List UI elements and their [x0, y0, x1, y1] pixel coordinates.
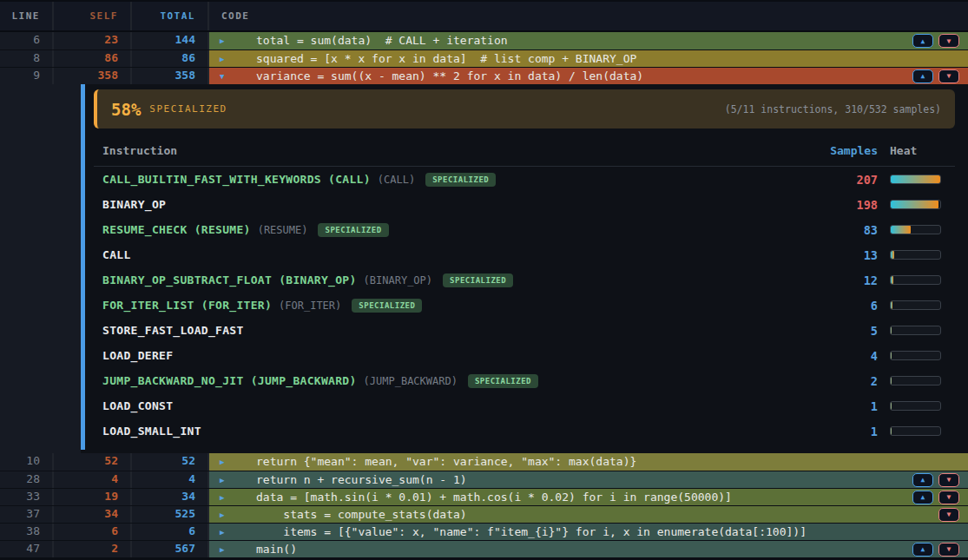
heat-bar-fill	[891, 427, 892, 435]
expand-toggle-icon[interactable]: ▶	[220, 524, 230, 540]
heat-bar-cell	[890, 300, 955, 310]
jump-up-button[interactable]: ▲	[912, 543, 933, 557]
code-cell[interactable]: ▶ main() ▲▼	[209, 541, 968, 557]
code-cell[interactable]: ▶ squared = [x * x for x in data] # list…	[209, 50, 968, 67]
heat-bar-track	[890, 250, 941, 260]
instruction-table-header: Instruction Samples Heat	[94, 135, 955, 167]
self-samples: 34	[54, 506, 132, 523]
instruction-samples: 2	[808, 374, 878, 388]
heat-bar-track	[890, 200, 941, 209]
heat-bar-cell	[890, 426, 955, 436]
instruction-name: BINARY_OP	[102, 198, 166, 211]
instruction-samples: 12	[808, 273, 878, 287]
navigation-buttons: ▲▼	[912, 473, 968, 487]
self-samples: 86	[54, 50, 132, 67]
heat-bar-track	[890, 426, 941, 436]
column-header-line: LINE	[0, 2, 54, 30]
navigation-buttons: ▲▼	[912, 34, 968, 48]
instruction-name: BINARY_OP_SUBTRACT_FLOAT (BINARY_OP)	[102, 273, 357, 287]
instruction-row: LOAD_DEREF 4	[94, 343, 955, 368]
expand-toggle-icon[interactable]: ▶	[220, 507, 230, 523]
expand-toggle-icon[interactable]: ▶	[220, 542, 230, 557]
instruction-samples: 1	[808, 425, 878, 438]
column-header-heat: Heat	[890, 144, 955, 157]
instruction-samples: 198	[808, 198, 878, 212]
code-cell[interactable]: ▶ stats = compute_stats(data) ▼	[209, 506, 968, 523]
jump-down-button[interactable]: ▼	[938, 473, 959, 487]
instruction-row: FOR_ITER_LIST (FOR_ITER) (FOR_ITER) SPEC…	[94, 293, 955, 318]
specialization-note: (5/11 instructions, 310/532 samples)	[725, 103, 941, 115]
self-samples: 23	[54, 32, 132, 49]
code-text: return n + recursive_sum(n - 1)	[256, 472, 467, 488]
total-samples: 144	[132, 32, 209, 49]
heat-bar-fill	[891, 301, 892, 309]
code-cell[interactable]: ▶ total = sum(data) # CALL + iteration ▲…	[209, 32, 968, 49]
instruction-row: STORE_FAST_LOAD_FAST 5	[94, 318, 955, 343]
heat-bar-track	[890, 300, 941, 310]
code-text: return {"mean": mean, "var": variance, "…	[256, 454, 636, 470]
specialized-badge: SPECIALIZED	[443, 273, 513, 287]
instruction-name: LOAD_CONST	[102, 399, 173, 412]
heat-bar-cell	[890, 250, 955, 260]
heat-bar-fill	[891, 201, 938, 208]
jump-down-button[interactable]: ▼	[938, 69, 959, 83]
expand-toggle-icon[interactable]: ▶	[220, 33, 230, 49]
jump-down-button[interactable]: ▼	[938, 508, 959, 522]
navigation-buttons: ▼	[938, 508, 968, 522]
instruction-name: LOAD_SMALL_INT	[102, 425, 201, 438]
heat-bar-cell	[890, 225, 955, 234]
instruction-base-name: (FOR_ITER)	[279, 300, 341, 312]
code-line-row: 9 358 358 ▼ variance = sum((x - mean) **…	[0, 67, 968, 84]
expand-toggle-icon[interactable]: ▶	[220, 490, 230, 505]
instruction-samples: 207	[808, 173, 878, 187]
jump-up-button[interactable]: ▲	[912, 473, 933, 487]
code-text: data = [math.sin(i * 0.01) + math.cos(i …	[256, 490, 732, 505]
total-samples: 567	[132, 541, 209, 557]
jump-up-button[interactable]: ▲	[912, 69, 933, 83]
instruction-name: JUMP_BACKWARD_NO_JIT (JUMP_BACKWARD)	[102, 374, 357, 387]
instruction-panel: 58% SPECIALIZED (5/11 instructions, 310/…	[85, 84, 968, 453]
instruction-base-name: (BINARY_OP)	[364, 274, 432, 287]
instruction-base-name: (JUMP_BACKWARD)	[364, 375, 458, 387]
column-header-instruction: Instruction	[102, 144, 808, 157]
total-samples: 86	[132, 50, 209, 67]
expand-toggle-icon[interactable]: ▶	[220, 472, 230, 488]
code-rows-top: 6 23 144 ▶ total = sum(data) # CALL + it…	[0, 32, 968, 84]
line-number: 37	[0, 506, 54, 523]
heat-bar-cell	[890, 275, 955, 285]
self-samples: 358	[54, 68, 132, 84]
code-text: stats = compute_stats(data)	[256, 507, 467, 523]
heat-bar-track	[890, 275, 941, 285]
code-cell[interactable]: ▶ return {"mean": mean, "var": variance,…	[209, 453, 968, 471]
line-number: 8	[0, 50, 54, 67]
column-header-self: SELF	[54, 2, 132, 30]
jump-down-button[interactable]: ▼	[938, 491, 959, 504]
heat-bar-track	[890, 175, 941, 184]
heat-bar-fill	[891, 326, 892, 334]
instruction-samples: 1	[808, 399, 878, 413]
total-samples: 525	[132, 506, 209, 523]
heat-bar-cell	[890, 351, 955, 360]
self-samples: 2	[54, 541, 132, 557]
code-cell[interactable]: ▶ items = [{"value": x, "name": f"item_{…	[209, 524, 968, 540]
heat-bar-fill	[891, 402, 892, 410]
expand-toggle-icon[interactable]: ▼	[220, 69, 230, 84]
expand-toggle-icon[interactable]: ▶	[220, 51, 230, 67]
jump-up-button[interactable]: ▲	[912, 491, 933, 504]
jump-up-button[interactable]: ▲	[912, 34, 933, 48]
instruction-base-name: (CALL)	[378, 174, 415, 186]
instruction-row: BINARY_OP 198	[94, 192, 955, 217]
jump-down-button[interactable]: ▼	[938, 34, 959, 48]
column-header-code: CODE	[209, 2, 968, 30]
jump-down-button[interactable]: ▼	[938, 543, 959, 557]
column-header-total: TOTAL	[132, 2, 209, 30]
instruction-rows: CALL_BUILTIN_FAST_WITH_KEYWORDS (CALL) (…	[94, 167, 955, 444]
code-cell[interactable]: ▶ return n + recursive_sum(n - 1) ▲▼	[209, 471, 968, 488]
code-cell[interactable]: ▶ data = [math.sin(i * 0.01) + math.cos(…	[209, 489, 968, 505]
code-text: squared = [x * x for x in data] # list c…	[256, 51, 636, 67]
self-samples: 4	[54, 471, 132, 488]
heat-bar-fill	[891, 352, 892, 359]
expand-toggle-icon[interactable]: ▶	[220, 454, 230, 470]
code-cell[interactable]: ▼ variance = sum((x - mean) ** 2 for x i…	[209, 68, 968, 84]
instruction-samples: 4	[808, 349, 878, 363]
